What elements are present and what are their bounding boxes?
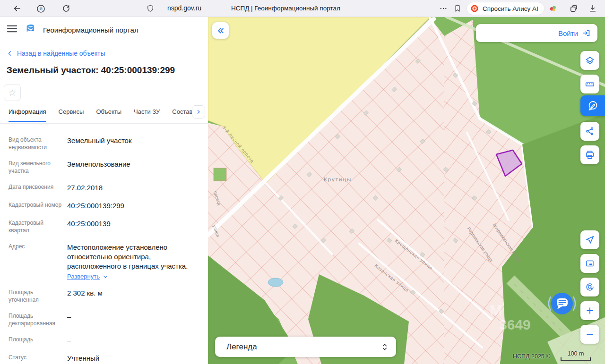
search-area-icon	[585, 282, 595, 292]
back-chevron-icon	[7, 50, 13, 57]
site-security-icon[interactable]	[145, 3, 156, 14]
download-icon[interactable]	[587, 3, 598, 14]
field-value: Земельный участок	[67, 136, 199, 145]
expand-collapse-icon	[381, 343, 389, 351]
field-row: Площадь декларированная–	[9, 312, 199, 327]
field-row-address: Адрес Местоположение установлено относит…	[9, 243, 199, 280]
tab-composition[interactable]: Состав	[172, 108, 192, 121]
identify-tool-button-active[interactable]	[580, 95, 605, 116]
field-row: Площадь уточненная2 302 кв. м	[9, 288, 199, 304]
tab-information[interactable]: Информация	[9, 108, 46, 122]
share-icon	[585, 126, 595, 136]
field-row: Вид объекта недвижимостиЗемельный участо…	[9, 136, 199, 151]
login-label: Войти	[558, 29, 578, 37]
page-title: Земельный участок: 40:25:000139:299	[7, 65, 175, 76]
field-value: Землепользование	[67, 160, 199, 169]
layers-icon	[585, 55, 595, 66]
geoportal-logo-icon	[25, 24, 35, 36]
scale-ruler	[561, 357, 591, 361]
field-value: Учтенный	[67, 354, 199, 363]
alice-icon	[470, 4, 479, 13]
overview-map-button[interactable]	[580, 254, 599, 273]
field-value: 2 302 кв. м	[67, 288, 199, 298]
mini-map-icon	[585, 258, 595, 269]
tab-title: НСПД | Геоинформационный портал	[231, 5, 340, 12]
ruler-icon	[585, 79, 595, 89]
zoom-in-button[interactable]	[580, 301, 599, 320]
field-row: Вид земельного участкаЗемлепользование	[9, 160, 199, 175]
application-window: Я nspd.gov.ru НСПД | Геоинформационный п…	[0, 0, 605, 364]
field-row: Дата присвоения27.02.2018	[9, 183, 199, 193]
field-label: Площадь	[9, 336, 67, 345]
field-row: Кадастровый номер40:25:000139:299	[9, 201, 199, 211]
tab-parts[interactable]: Части ЗУ	[134, 108, 160, 121]
legend-label: Легенда	[226, 342, 381, 352]
map-canvas[interactable]: М 3649 Крутицы 3-й Лесной проезд проезд …	[208, 17, 605, 364]
expand-link-label: Развернуть	[67, 273, 100, 280]
field-value: –	[67, 336, 199, 345]
tabs-scroll-right-button[interactable]	[192, 105, 205, 119]
field-label: Вид объекта недвижимости	[9, 136, 67, 151]
browser-toolbar: Я nspd.gov.ru НСПД | Геоинформационный п…	[0, 0, 605, 17]
plus-icon	[585, 306, 595, 315]
field-value: 27.02.2018	[67, 183, 199, 193]
map-viewport: М 3649 Крутицы 3-й Лесной проезд проезд …	[208, 17, 605, 364]
field-row: СтатусУчтенный	[9, 354, 199, 363]
green-parcel	[214, 168, 226, 181]
field-label: Кадастровый номер	[9, 201, 67, 211]
address-bar-url[interactable]: nspd.gov.ru	[167, 4, 201, 12]
object-info-panel: Геоинформационный портал Назад в найденн…	[0, 17, 208, 364]
more-options-icon[interactable]	[438, 3, 449, 14]
my-location-button[interactable]	[580, 230, 599, 249]
search-on-map-button[interactable]	[580, 278, 599, 296]
pond	[268, 278, 283, 287]
share-button[interactable]	[580, 122, 599, 141]
field-label: Кадастровый квартал	[9, 219, 67, 234]
toolbar-divider	[542, 4, 542, 13]
pen-bubble-icon	[587, 100, 599, 112]
tab-services[interactable]: Сервисы	[59, 108, 84, 121]
place-label: Крутицы	[324, 177, 352, 182]
login-arrow-icon	[582, 28, 591, 38]
field-label: Адрес	[9, 243, 67, 280]
print-button[interactable]	[580, 145, 599, 164]
field-label: Статус	[9, 354, 67, 363]
field-value: 40:25:000139:299	[67, 201, 199, 211]
yandex-profile-icon[interactable]: Я	[35, 3, 46, 14]
legend-toggle[interactable]: Легенда	[215, 337, 396, 357]
chat-support-button[interactable]	[547, 288, 577, 319]
measure-button[interactable]	[580, 75, 599, 93]
field-label: Дата присвоения	[9, 183, 67, 193]
browser-back-icon[interactable]	[11, 3, 23, 14]
collapse-panel-button[interactable]	[212, 22, 229, 39]
field-label: Площадь декларированная	[9, 312, 67, 327]
field-row: Кадастровый квартал40:25:000139	[9, 219, 199, 234]
svg-text:М: М	[490, 302, 502, 319]
map-attribution: НСПД 2025 ©	[513, 353, 550, 360]
favorite-star-button[interactable]: ☆	[4, 84, 21, 101]
field-label: Вид земельного участка	[9, 160, 67, 175]
zoom-out-button[interactable]	[580, 325, 599, 344]
object-tabs: Информация Сервисы Объекты Части ЗУ Сост…	[0, 108, 208, 124]
address-expand-link[interactable]: Развернуть	[67, 273, 199, 280]
scale-bar: 100 m	[561, 350, 591, 361]
hamburger-menu-icon[interactable]	[7, 24, 17, 35]
field-label: Площадь уточненная	[9, 288, 67, 304]
back-to-results-link[interactable]: Назад в найденные объекты	[7, 50, 105, 57]
svg-text:3649: 3649	[499, 317, 531, 332]
layers-button[interactable]	[580, 51, 599, 70]
tab-objects[interactable]: Объекты	[96, 108, 121, 121]
field-row: Площадь–	[9, 336, 199, 345]
reload-icon[interactable]	[60, 3, 72, 14]
tabs-panel-icon[interactable]	[568, 3, 579, 14]
bookmark-icon[interactable]	[452, 3, 463, 14]
field-value: Местоположение установлено относительно …	[67, 243, 199, 271]
ask-alice-button[interactable]: Спросить Алису AI	[467, 2, 544, 15]
printer-icon	[585, 150, 595, 160]
login-button[interactable]: Войти	[476, 24, 597, 42]
minus-icon	[585, 330, 595, 339]
ask-alice-label: Спросить Алису AI	[483, 5, 538, 12]
star-icon: ☆	[8, 87, 16, 98]
colorful-extension-icon[interactable]	[547, 3, 559, 14]
double-chevron-left-icon	[216, 26, 225, 35]
